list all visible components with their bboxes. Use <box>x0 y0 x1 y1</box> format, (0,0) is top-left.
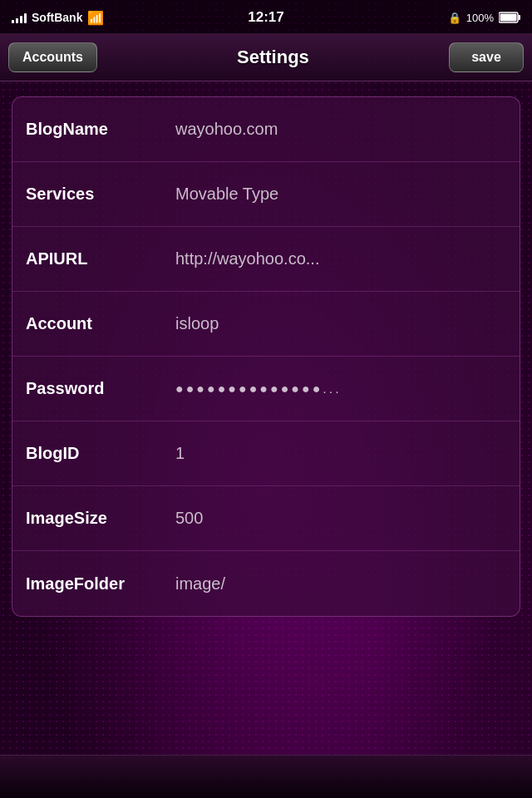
settings-label-imagesize: ImageSize <box>26 509 175 528</box>
status-right: 🔒 100% <box>448 12 520 24</box>
settings-label-blogid: BlogID <box>26 444 175 463</box>
settings-label-account: Account <box>26 314 175 333</box>
carrier-name: SoftBank <box>32 11 82 24</box>
settings-row-password[interactable]: Password●●●●●●●●●●●●●●... <box>12 357 520 421</box>
settings-label-services: Services <box>26 185 175 204</box>
status-bar: SoftBank 📶 12:17 🔒 100% <box>0 0 532 33</box>
settings-row-imagefolder[interactable]: ImageFolderimage/ <box>12 551 520 616</box>
settings-value-imagefolder: image/ <box>175 574 506 594</box>
nav-title: Settings <box>237 47 309 68</box>
settings-value-apiurl: http://wayohoo.co... <box>175 249 506 268</box>
settings-value-blogname: wayohoo.com <box>175 120 506 139</box>
settings-row-services[interactable]: ServicesMovable Type <box>12 162 520 227</box>
settings-label-blogname: BlogName <box>26 120 175 139</box>
settings-value-account: isloop <box>175 314 506 333</box>
settings-row-account[interactable]: Accountisloop <box>12 292 520 357</box>
signal-icon <box>12 12 27 23</box>
svg-rect-1 <box>519 15 521 20</box>
svg-rect-2 <box>500 14 517 22</box>
status-time: 12:17 <box>248 9 283 26</box>
content-area: BlogNamewayohoo.comServicesMovable TypeA… <box>0 81 532 755</box>
wifi-icon: 📶 <box>87 10 104 26</box>
status-left: SoftBank 📶 <box>12 10 104 26</box>
accounts-back-button[interactable]: Accounts <box>8 42 97 72</box>
settings-table: BlogNamewayohoo.comServicesMovable TypeA… <box>12 96 520 617</box>
nav-bar: Accounts Settings save <box>0 33 532 81</box>
settings-label-imagefolder: ImageFolder <box>26 574 175 594</box>
settings-label-apiurl: APIURL <box>26 249 175 268</box>
settings-value-password: ●●●●●●●●●●●●●●... <box>175 382 506 397</box>
save-button[interactable]: save <box>449 42 524 72</box>
battery-icon <box>499 12 520 23</box>
lock-icon: 🔒 <box>448 12 461 24</box>
settings-row-blogid[interactable]: BlogID1 <box>12 421 520 486</box>
settings-value-blogid: 1 <box>175 444 506 463</box>
settings-row-blogname[interactable]: BlogNamewayohoo.com <box>12 97 520 162</box>
settings-label-password: Password <box>26 379 175 398</box>
tab-bar <box>0 755 532 798</box>
battery-percent: 100% <box>466 12 494 24</box>
settings-value-services: Movable Type <box>175 185 506 204</box>
settings-row-imagesize[interactable]: ImageSize500 <box>12 486 520 551</box>
settings-value-imagesize: 500 <box>175 509 506 528</box>
settings-row-apiurl[interactable]: APIURLhttp://wayohoo.co... <box>12 227 520 292</box>
